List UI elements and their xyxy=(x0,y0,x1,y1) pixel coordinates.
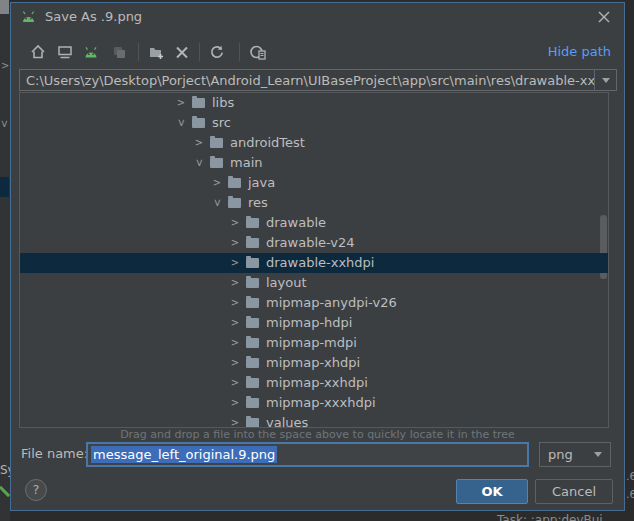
tree-item-mipmap-hdpi[interactable]: >mipmap-hdpi xyxy=(20,313,608,333)
chevron-right-icon[interactable]: > xyxy=(229,213,241,233)
chevron-down-icon[interactable]: > xyxy=(207,197,227,209)
tree-item-label: androidTest xyxy=(230,133,305,153)
path-combobox[interactable]: C:\Users\zy\Desktop\Porject\Android_Lear… xyxy=(19,69,617,91)
chevron-right-icon[interactable]: > xyxy=(229,273,241,293)
chevron-right-icon[interactable]: > xyxy=(229,233,241,253)
tree-item-label: mipmap-mdpi xyxy=(266,333,357,353)
background-task-text: Task: :app:devBui xyxy=(497,513,603,521)
tree-item-mipmap-xxxhdpi[interactable]: >mipmap-xxxhdpi xyxy=(20,393,608,413)
tree-item-drawable[interactable]: >drawable xyxy=(20,213,608,233)
chevron-right-icon[interactable]: > xyxy=(229,253,241,273)
path-value: C:\Users\zy\Desktop\Porject\Android_Lear… xyxy=(20,73,594,88)
tree-item-mipmap-anydpi-v26[interactable]: >mipmap-anydpi-v26 xyxy=(20,293,608,313)
ok-button[interactable]: OK xyxy=(456,479,528,504)
new-folder-icon[interactable] xyxy=(147,43,165,61)
dropdown-arrow-icon[interactable] xyxy=(594,70,616,90)
drag-drop-hint: Drag and drop a file into the space abov… xyxy=(11,428,624,441)
tree-item-label: libs xyxy=(212,93,234,113)
delete-icon[interactable] xyxy=(173,43,191,61)
chevron-down-icon[interactable]: > xyxy=(171,117,191,129)
folder-icon xyxy=(246,398,259,408)
folder-icon xyxy=(246,238,259,248)
show-hidden-icon[interactable] xyxy=(248,43,266,61)
extension-value: png xyxy=(540,447,594,462)
close-icon[interactable] xyxy=(596,9,612,25)
folder-icon xyxy=(192,118,205,128)
tree-item-main[interactable]: >main xyxy=(20,153,608,173)
folder-icon xyxy=(246,338,259,348)
refresh-icon[interactable] xyxy=(208,43,226,61)
help-button[interactable]: ? xyxy=(25,479,47,501)
tree-item-layout[interactable]: >layout xyxy=(20,273,608,293)
chevron-right-icon[interactable]: > xyxy=(229,333,241,353)
tree-item-java[interactable]: >java xyxy=(20,173,608,193)
window-title: Save As .9.png xyxy=(45,9,142,24)
tree-item-label: drawable-v24 xyxy=(266,233,355,253)
tree-item-label: main xyxy=(230,153,262,173)
extension-select[interactable]: png xyxy=(539,442,611,467)
folder-icon xyxy=(246,258,259,268)
tree-item-label: java xyxy=(248,173,275,193)
chevron-down-icon: > xyxy=(0,120,9,128)
android-icon[interactable] xyxy=(82,43,100,61)
toolbar-separator xyxy=(138,43,139,61)
chevron-right-icon[interactable]: > xyxy=(229,353,241,373)
folder-icon xyxy=(228,178,241,188)
tree-item-label: mipmap-xhdpi xyxy=(266,353,360,373)
chevron-right-icon[interactable]: > xyxy=(229,373,241,393)
desktop-icon[interactable] xyxy=(56,43,74,61)
folder-icon xyxy=(192,98,205,108)
tree-item-libs[interactable]: >libs xyxy=(20,93,608,113)
tree-item-label: mipmap-xxxhdpi xyxy=(266,393,376,413)
screen: > > Sy Task: :app:devBui .6 .6 Save As .… xyxy=(0,0,634,521)
folder-icon xyxy=(246,278,259,288)
tree-item-label: values xyxy=(266,413,308,428)
folder-icon xyxy=(246,378,259,388)
chevron-right-icon[interactable]: > xyxy=(229,393,241,413)
tree-item-label: mipmap-hdpi xyxy=(266,313,352,333)
tree-item-res[interactable]: >res xyxy=(20,193,608,213)
chevron-right-icon: > xyxy=(1,61,9,71)
tree-item-mipmap-xhdpi[interactable]: >mipmap-xhdpi xyxy=(20,353,608,373)
chevron-right-icon[interactable]: > xyxy=(229,293,241,313)
tree-item-mipmap-mdpi[interactable]: >mipmap-mdpi xyxy=(20,333,608,353)
tree-item-drawable-v24[interactable]: >drawable-v24 xyxy=(20,233,608,253)
chevron-right-icon[interactable]: > xyxy=(193,133,205,153)
tree-item-label: drawable xyxy=(266,213,326,233)
tree-item-label: mipmap-xxhdpi xyxy=(266,373,368,393)
tree-item-mipmap-xxhdpi[interactable]: >mipmap-xxhdpi xyxy=(20,373,608,393)
tree-item-src[interactable]: >src xyxy=(20,113,608,133)
file-name-label: File name: xyxy=(21,446,88,461)
chevron-right-icon[interactable]: > xyxy=(175,93,187,113)
folder-icon xyxy=(246,218,259,228)
tree-item-label: mipmap-anydpi-v26 xyxy=(266,293,397,313)
tree-item-label: res xyxy=(248,193,268,213)
folder-icon xyxy=(246,358,259,368)
tree-item-values[interactable]: >values xyxy=(20,413,608,428)
background-ide-strip: > > Sy xyxy=(0,0,10,521)
save-as-dialog: Save As .9.png xyxy=(10,2,625,511)
hide-path-link[interactable]: Hide path xyxy=(548,44,611,59)
background-number-fragment: .6 xyxy=(626,470,634,483)
tree-item-drawable-xxhdpi[interactable]: >drawable-xxhdpi xyxy=(20,253,608,273)
toolbar-separator xyxy=(199,43,200,61)
chevron-right-icon[interactable]: > xyxy=(229,313,241,333)
background-selection-fragment xyxy=(0,177,9,197)
check-icon xyxy=(0,486,10,497)
folder-icon xyxy=(246,318,259,328)
chevron-right-icon[interactable]: > xyxy=(211,173,223,193)
file-tree[interactable]: >libs>src>androidTest>main>java>res>draw… xyxy=(19,92,609,428)
copy-icon xyxy=(110,43,128,61)
dialog-titlebar[interactable]: Save As .9.png xyxy=(11,3,624,31)
file-name-input[interactable]: message_left_original.9.png xyxy=(86,442,529,467)
chevron-right-icon[interactable]: > xyxy=(229,413,241,428)
background-scrollbar-fragment xyxy=(0,0,9,14)
tree-item-label: src xyxy=(212,113,231,133)
tree-item-androidTest[interactable]: >androidTest xyxy=(20,133,608,153)
tree-item-label: layout xyxy=(266,273,307,293)
toolbar-separator xyxy=(239,43,240,61)
cancel-button[interactable]: Cancel xyxy=(535,479,613,504)
home-icon[interactable] xyxy=(29,43,47,61)
chevron-down-icon[interactable]: > xyxy=(189,157,209,169)
folder-icon xyxy=(246,298,259,308)
